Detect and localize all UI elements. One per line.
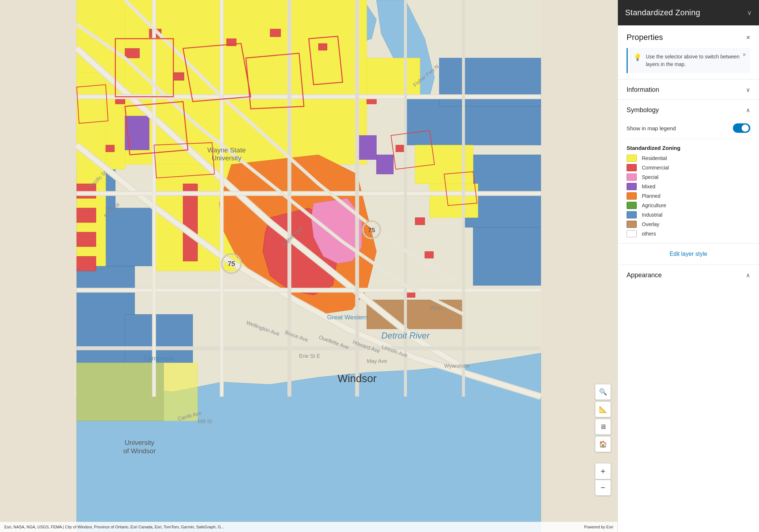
svg-text:Wyandotte: Wyandotte	[444, 363, 469, 369]
measure-tool-btn[interactable]: 📐	[595, 401, 611, 417]
show-legend-toggle[interactable]	[733, 123, 750, 133]
svg-rect-14	[77, 363, 197, 421]
info-tip: 💡 Use the selector above to switch betwe…	[627, 48, 750, 73]
svg-text:Great Western: Great Western	[327, 314, 368, 321]
svg-text:University: University	[212, 154, 242, 162]
zoom-in-icon: +	[601, 467, 606, 476]
legend-item-label: others	[642, 231, 656, 237]
legend-swatch	[627, 211, 637, 218]
panel-collapse-btn[interactable]: ∨	[747, 9, 752, 17]
panel-header: Standardized Zoning ∨	[618, 0, 759, 25]
legend-item-label: Residential	[642, 155, 667, 161]
svg-rect-32	[396, 145, 405, 152]
attribution-right: Powered by Esri	[584, 525, 613, 529]
svg-text:Wya...: Wya...	[430, 305, 444, 311]
legend-item: others	[627, 230, 750, 237]
legend-swatch	[627, 164, 637, 171]
svg-rect-22	[77, 256, 96, 271]
legend-item: Special	[627, 173, 750, 181]
svg-text:May Ave: May Ave	[367, 358, 387, 364]
legend-item-label: Agriculture	[642, 202, 666, 208]
zoom-out-btn[interactable]: −	[595, 480, 611, 496]
legend-swatch	[627, 192, 637, 200]
legend-item: Agriculture	[627, 202, 750, 209]
svg-rect-26	[173, 73, 184, 80]
svg-rect-34	[425, 251, 434, 258]
legend-swatch	[627, 173, 637, 181]
legend-item: Overlay	[627, 221, 750, 228]
properties-section: Properties × 💡 Use the selector above to…	[618, 25, 759, 79]
legend-item-label: Planned	[642, 193, 660, 199]
map-svg: 75 75 Wayne State University Detroit Riv…	[0, 0, 618, 532]
svg-rect-33	[415, 218, 425, 225]
legend-swatch	[627, 202, 637, 209]
zoom-controls: + −	[595, 463, 611, 496]
symbology-section: Symbology ∧ Show in map legend Standardi…	[618, 100, 759, 244]
home-icon: 🏠	[599, 440, 607, 448]
svg-rect-29	[270, 29, 280, 37]
symbology-header[interactable]: Symbology ∧	[627, 100, 750, 120]
show-legend-row: Show in map legend	[627, 120, 750, 139]
svg-text:75: 75	[368, 226, 376, 234]
legend-swatch	[627, 183, 637, 190]
info-tip-icon: 💡	[633, 53, 641, 61]
properties-close-btn[interactable]: ×	[746, 34, 750, 41]
info-tip-text: Use the selector above to switch between…	[646, 53, 744, 68]
svg-rect-5	[439, 58, 541, 106]
symbology-label: Symbology	[627, 106, 659, 114]
appearance-label: Appearance	[627, 271, 662, 279]
legend-item-label: Overlay	[642, 221, 659, 227]
info-tip-close-btn[interactable]: ×	[743, 52, 746, 58]
svg-rect-7	[473, 227, 541, 285]
map-attribution: Esri, NASA, NGA, USGS, FEMA | City of Wi…	[0, 522, 618, 532]
legend-item: Planned	[627, 192, 750, 200]
legend-swatch	[627, 155, 637, 162]
svg-rect-17	[367, 58, 420, 97]
svg-text:Centennial: Centennial	[144, 355, 174, 362]
zoom-out-icon: −	[601, 483, 606, 492]
svg-rect-3	[106, 208, 154, 266]
svg-text:of Windsor: of Windsor	[123, 447, 156, 455]
svg-text:Mill St: Mill St	[197, 418, 212, 424]
appearance-header[interactable]: Appearance ∧	[627, 265, 750, 285]
measure-icon: 📐	[599, 405, 607, 413]
show-legend-label: Show in map legend	[627, 125, 676, 131]
svg-rect-21	[77, 232, 96, 247]
map-area[interactable]: 75 75 Wayne State University Detroit Riv…	[0, 0, 618, 532]
svg-text:Detroit River: Detroit River	[381, 331, 430, 340]
screen-icon: 🖥	[600, 423, 606, 431]
information-section-header[interactable]: Information ∨	[618, 79, 759, 100]
symbology-chevron: ∧	[746, 107, 750, 114]
search-icon: 🔍	[599, 388, 607, 396]
screen-tool-btn[interactable]: 🖥	[595, 419, 611, 435]
svg-rect-16	[430, 184, 478, 217]
right-panel: Standardized Zoning ∨ Properties × 💡 Use…	[618, 0, 759, 532]
legend-item: Mixed	[627, 183, 750, 190]
legend-item-label: Mixed	[642, 184, 655, 189]
appearance-section: Appearance ∧	[618, 265, 759, 285]
home-tool-btn[interactable]: 🏠	[595, 436, 611, 452]
edit-layer-style-section: Edit layer style	[618, 244, 759, 265]
svg-rect-37	[357, 135, 376, 160]
toggle-slider	[733, 123, 750, 133]
properties-header: Properties ×	[627, 33, 750, 42]
information-label: Information	[627, 86, 659, 94]
attribution-left: Esri, NASA, NGA, USGS, FEMA | City of Wi…	[4, 525, 224, 529]
edit-layer-style-btn[interactable]: Edit layer style	[669, 251, 707, 257]
properties-label: Properties	[627, 33, 663, 42]
appearance-chevron: ∧	[746, 272, 750, 279]
map-tools: 🔍 📐 🖥 🏠	[595, 384, 611, 452]
svg-text:75: 75	[227, 260, 235, 267]
svg-rect-27	[106, 145, 114, 152]
legend-title: Standardized Zoning	[627, 139, 750, 155]
search-tool-btn[interactable]: 🔍	[595, 384, 611, 400]
svg-rect-23	[125, 48, 140, 58]
svg-rect-20	[77, 208, 96, 222]
svg-text:Windsor: Windsor	[338, 372, 377, 384]
legend-swatch	[627, 221, 637, 228]
zoom-in-btn[interactable]: +	[595, 463, 611, 479]
svg-text:University: University	[125, 439, 155, 446]
legend-item: Residential	[627, 155, 750, 162]
legend-item: Commercial	[627, 164, 750, 171]
legend-item: Industrial	[627, 211, 750, 218]
